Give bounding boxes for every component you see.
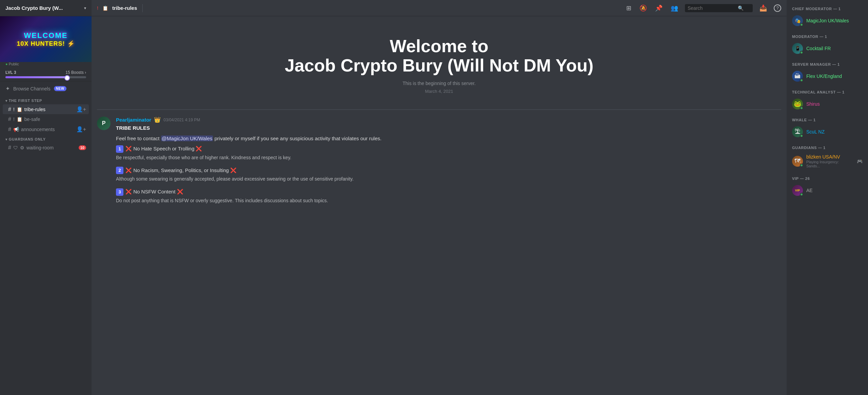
server-mgr-header: SERVER MANAGER — 1 (789, 61, 865, 68)
channel-hash-icon2: # (8, 116, 11, 122)
member-category-guardians: GUARDIANS — 1 🗺 blizken USA/NV Playing I… (789, 144, 865, 170)
add-member-icon2[interactable]: 👤+ (76, 126, 86, 132)
member-ae[interactable]: VIP AE (789, 183, 865, 198)
members-icon[interactable]: 👥 (669, 3, 679, 13)
channel-name-be-safe: be-safe (24, 117, 40, 122)
section-first-step-label: THE FIRST STEP (9, 99, 42, 103)
magicjon-status-dot (800, 23, 803, 26)
rule-2-header: 2 ❌ No Racism, Swearing, Politics, or In… (116, 167, 781, 174)
rule-1-num: 1 (116, 145, 123, 153)
chief-mod-header: CHIEF MODERATOR — 1 (789, 5, 865, 12)
rule-3-header: 3 ❌ No NSFW Content ❌ (116, 188, 781, 196)
server-name: Jacob Crypto Bury (W... (5, 5, 63, 11)
welcome-subtitle: This is the beginning of this server. (104, 81, 774, 86)
rule-1-header: 1 ❌ No Hate Speech or Trolling ❌ (116, 145, 781, 153)
add-member-icon[interactable]: 👤+ (76, 106, 86, 112)
member-magicjon[interactable]: 🎭 MagicJon UK/Wales (789, 14, 865, 28)
section-guardians-label: GUARDIANS ONLY (9, 137, 46, 141)
channel-emoji5-icon: 📢 (13, 127, 19, 132)
banner-content: WELCOME 10X HUNTERS! ⚡ (17, 31, 75, 47)
blizken-info: blizken USA/NV Playing Insurgency: Sands… (806, 154, 853, 168)
member-flex[interactable]: 🏔 Flex UK/England (789, 69, 865, 83)
channel-announcements[interactable]: # 📢 announcements 👤+ (3, 124, 89, 134)
members-sidebar: CHIEF MODERATOR — 1 🎭 MagicJon UK/Wales … (787, 0, 868, 395)
boost-progress-bar (5, 76, 86, 78)
channel-emoji-icon: ! (13, 107, 15, 112)
blizken-avatar: 🗺 (792, 156, 803, 167)
search-box[interactable]: 🔍 (685, 4, 753, 12)
member-scul[interactable]: 🏝 ScuL NZ (789, 125, 865, 139)
bell-mute-icon[interactable]: 🔕 (638, 3, 648, 13)
hashtag-icon[interactable]: ⊞ (625, 3, 633, 13)
section-first-step[interactable]: ▾ THE FIRST STEP (0, 96, 92, 104)
bolt-icon: ⚡ (67, 40, 75, 47)
vip-header: VIP — 26 (789, 175, 865, 182)
header-actions: ⊞ 🔕 📌 👥 🔍 📥 ? (625, 3, 781, 13)
magicjon-avatar: 🎭 (792, 15, 803, 26)
rule-3-num: 3 (116, 188, 123, 196)
section-chevron2-icon: ▾ (5, 138, 7, 141)
crown-icon: 👑 (154, 117, 161, 123)
member-category-analyst: TECHNICAL ANALYST — 1 🐸 Shirus (789, 89, 865, 111)
channel-tribe-rules[interactable]: # ! 📋 tribe-rules 👤+ (3, 104, 89, 114)
banner-sub-text: 10X HUNTERS! ⚡ (17, 40, 75, 47)
rule-3-title: ❌ No NSFW Content ❌ (125, 188, 183, 196)
channel-be-safe[interactable]: # ! 📋 be-safe (3, 115, 89, 124)
section-guardians-only[interactable]: ▾ GUARDIANS ONLY (0, 134, 92, 143)
welcome-title: Welcome to Jacob Crypto Bury (Will Not D… (104, 37, 774, 75)
message-timestamp: 03/04/2021 4:19 PM (163, 118, 200, 122)
channel-hash-icon3: # (8, 126, 11, 132)
member-category-whale: WHALE — 1 🏝 ScuL NZ (789, 117, 865, 139)
browse-channels-label: Browse Channels (13, 86, 51, 91)
flex-avatar: 🏔 (792, 71, 803, 82)
channel-list: ▾ THE FIRST STEP # ! 📋 tribe-rules 👤+ # … (0, 96, 92, 153)
welcome-date: March 4, 2021 (104, 89, 774, 94)
rule-1-title: ❌ No Hate Speech or Trolling ❌ (125, 145, 202, 153)
channel-header: ! 📋 tribe-rules ⊞ 🔕 📌 👥 🔍 📥 ? (92, 0, 787, 16)
browse-channels-icon: ✦ (5, 85, 10, 92)
scul-avatar: 🏝 (792, 126, 803, 137)
inbox-icon[interactable]: 📥 (758, 3, 768, 13)
mention-magicjon[interactable]: @MagicJon UK/Wales (161, 136, 213, 141)
server-header[interactable]: Jacob Crypto Bury (W... ▾ (0, 0, 92, 16)
member-category-chief-mod: CHIEF MODERATOR — 1 🎭 MagicJon UK/Wales (789, 5, 865, 28)
channel-emoji6-icon: ⚙ (20, 145, 24, 150)
channel-name-announcements: announcements (21, 127, 55, 132)
message-avatar-pearljaminator[interactable]: P (97, 117, 111, 130)
server-welcome: Welcome to Jacob Crypto Bury (Will Not D… (97, 16, 781, 104)
guardians-header: GUARDIANS — 1 (789, 144, 865, 151)
message-author[interactable]: Pearljaminator (116, 117, 151, 123)
rule-1: 1 ❌ No Hate Speech or Trolling ❌ Be resp… (116, 145, 781, 161)
channel-header-icon: ! (97, 5, 98, 11)
member-category-server-mgr: SERVER MANAGER — 1 🏔 Flex UK/England (789, 61, 865, 83)
member-cocktail[interactable]: 📱 Cocktail FR (789, 41, 865, 56)
analyst-header: TECHNICAL ANALYST — 1 (789, 89, 865, 96)
channel-name-waiting-room: waiting-room (26, 145, 54, 150)
new-badge: NEW (54, 86, 66, 91)
member-shirus[interactable]: 🐸 Shirus (789, 97, 865, 111)
rule-2-desc: Although some swearing is generally acce… (116, 175, 781, 183)
server-level-bar: LVL 3 15 Boosts › (0, 67, 92, 81)
flex-status-dot (800, 79, 803, 82)
browse-channels-button[interactable]: ✦ Browse Channels NEW (0, 81, 92, 96)
sidebar: Jacob Crypto Bury (W... ▾ WELCOME 10X HU… (0, 0, 92, 395)
member-blizken[interactable]: 🗺 blizken USA/NV Playing Insurgency: San… (789, 152, 865, 170)
search-input[interactable] (688, 5, 735, 11)
magicjon-name: MagicJon UK/Wales (806, 18, 863, 23)
member-category-moderator: MODERATOR — 1 📱 Cocktail FR (789, 33, 865, 56)
flex-name: Flex UK/England (806, 74, 863, 79)
channel-hash-icon: # (8, 106, 11, 112)
blizken-status-dot (800, 164, 803, 167)
help-icon[interactable]: ? (774, 4, 781, 12)
message-header: Pearljaminator 👑 03/04/2021 4:19 PM (116, 117, 781, 123)
channel-emoji2-icon: 📋 (17, 107, 22, 112)
boosts-label[interactable]: 15 Boosts › (65, 70, 86, 75)
channel-emoji4-icon: 📋 (17, 117, 22, 122)
moderator-header: MODERATOR — 1 (789, 33, 865, 40)
channel-emoji3-icon: ! (13, 117, 15, 122)
channel-header-emoji-icon: 📋 (102, 5, 108, 11)
shield-icon: 🛡 (13, 145, 18, 150)
channel-waiting-room[interactable]: # 🛡 ⚙ waiting-room 10 (3, 143, 89, 152)
pin-icon[interactable]: 📌 (654, 3, 664, 13)
notification-count: 10 (79, 145, 86, 150)
